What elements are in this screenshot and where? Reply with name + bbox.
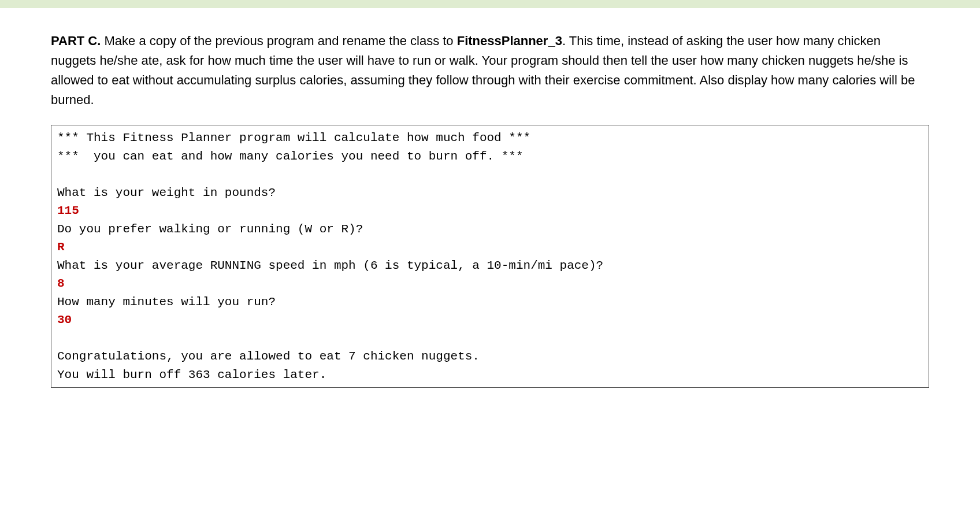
user-input: R bbox=[57, 240, 65, 254]
code-line: *** This Fitness Planner program will ca… bbox=[57, 131, 530, 144]
code-line: What is your weight in pounds? bbox=[57, 186, 276, 199]
user-input: 30 bbox=[57, 313, 72, 327]
code-line: *** you can eat and how many calories yo… bbox=[57, 150, 524, 163]
document-content: PART C. Make a copy of the previous prog… bbox=[0, 8, 980, 388]
instruction-text-1: Make a copy of the previous program and … bbox=[101, 34, 456, 48]
sample-output-box: *** This Fitness Planner program will ca… bbox=[51, 125, 929, 388]
code-line: Congratulations, you are allowed to eat … bbox=[57, 350, 480, 363]
code-line: What is your average RUNNING speed in mp… bbox=[57, 259, 603, 272]
code-line: Do you prefer walking or running (W or R… bbox=[57, 223, 363, 236]
user-input: 115 bbox=[57, 204, 79, 217]
code-line: You will burn off 363 calories later. bbox=[57, 368, 326, 381]
top-accent-bar bbox=[0, 0, 980, 8]
code-line: How many minutes will you run? bbox=[57, 295, 276, 309]
part-label: PART C. bbox=[51, 34, 101, 48]
class-name: FitnessPlanner_3 bbox=[457, 34, 562, 48]
user-input: 8 bbox=[57, 277, 65, 290]
instruction-paragraph: PART C. Make a copy of the previous prog… bbox=[51, 31, 929, 110]
